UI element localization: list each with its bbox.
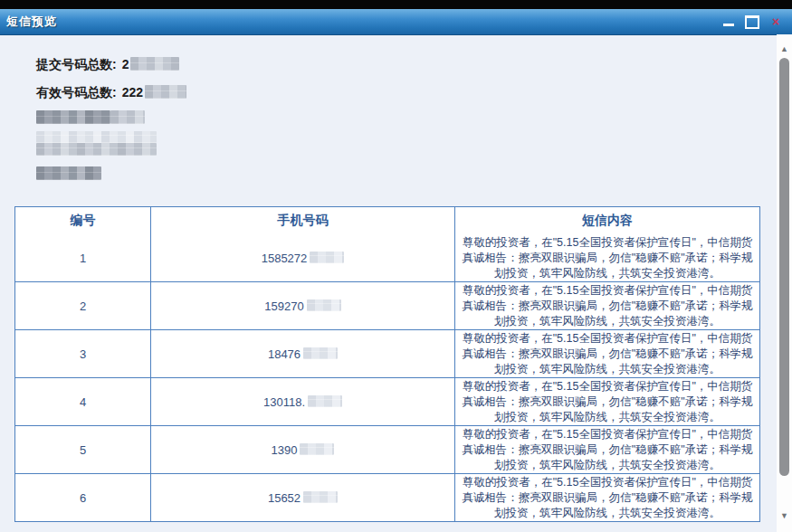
- row-number-cell: 5: [15, 426, 150, 473]
- row-number: 2: [80, 299, 86, 313]
- phone-cell: 130118.: [150, 378, 454, 425]
- close-icon: ×: [772, 14, 779, 29]
- phone-number: 159270: [264, 299, 340, 313]
- sms-text: 尊敬的投资者，在"5.15全国投资者保护宣传日"，中信期货真诚相告：擦亮双眼识骗…: [455, 379, 759, 425]
- sms-preview-dialog: 短信预览 × 提交号码总数:2 有效号码总数:222 编号 手机号码 短信内容: [0, 0, 792, 532]
- masked-text-block-2b: [36, 143, 157, 156]
- vertical-scrollbar[interactable]: ▲ ▼: [777, 34, 792, 532]
- submitted-value-mask: [130, 57, 179, 71]
- phone-number: 18476: [268, 347, 338, 361]
- scroll-down-button[interactable]: ▼: [777, 508, 792, 523]
- table-row: 5 1390 尊敬的投资者，在"5.15全国投资者保护宣传日"，中信期货真诚相告…: [15, 425, 759, 473]
- scroll-up-button[interactable]: ▲: [777, 42, 792, 56]
- submitted-total-value: 2: [122, 57, 129, 71]
- row-number-cell: 4: [15, 378, 150, 425]
- close-button[interactable]: ×: [768, 14, 783, 29]
- dialog-titlebar: 短信预览 ×: [0, 9, 792, 35]
- phone-mask: [307, 299, 341, 311]
- row-number: 1: [80, 252, 86, 265]
- phone-mask: [303, 347, 338, 359]
- table-row: 2 159270 尊敬的投资者，在"5.15全国投资者保护宣传日"，中信期货真诚…: [15, 281, 759, 329]
- row-number-cell: 6: [15, 474, 150, 521]
- phone-number: 130118.: [263, 395, 342, 409]
- header-number: 编号: [15, 207, 150, 234]
- sms-content-cell: 尊敬的投资者，在"5.15全国投资者保护宣传日"，中信期货真诚相告：擦亮双眼识骗…: [454, 234, 759, 281]
- sms-content-cell: 尊敬的投资者，在"5.15全国投资者保护宣传日"，中信期货真诚相告：擦亮双眼识骗…: [454, 330, 759, 377]
- row-number-cell: 1: [15, 234, 150, 281]
- masked-text-block-3: [36, 166, 101, 180]
- valid-total-value: 222: [122, 85, 143, 100]
- sms-text: 尊敬的投资者，在"5.15全国投资者保护宣传日"，中信期货真诚相告：擦亮双眼识骗…: [455, 283, 759, 329]
- sms-preview-table: 编号 手机号码 短信内容 1 1585272 尊敬的投资者，在"5.15全国投资…: [14, 206, 760, 522]
- row-number: 5: [80, 443, 86, 457]
- maximize-icon: [745, 15, 759, 29]
- sms-text: 尊敬的投资者，在"5.15全国投资者保护宣传日"，中信期货真诚相告：擦亮双眼识骗…: [455, 331, 759, 377]
- header-content: 短信内容: [454, 207, 759, 234]
- phone-cell: 15652: [150, 474, 454, 521]
- valid-total-label: 有效号码总数:: [36, 85, 117, 100]
- phone-mask: [308, 395, 342, 407]
- scrollbar-thumb[interactable]: [779, 58, 789, 476]
- phone-mask: [310, 252, 344, 263]
- sms-text: 尊敬的投资者，在"5.15全国投资者保护宣传日"，中信期货真诚相告：擦亮双眼识骗…: [455, 475, 759, 521]
- phone-cell: 1585272: [150, 234, 454, 281]
- row-number: 3: [80, 347, 86, 361]
- window-controls: ×: [721, 9, 783, 34]
- down-arrow-icon: ▼: [780, 511, 788, 520]
- phone-mask: [303, 491, 338, 503]
- phone-number: 1390: [272, 443, 335, 457]
- masked-text-block-1: [36, 110, 110, 124]
- sms-text: 尊敬的投资者，在"5.15全国投资者保护宣传日"，中信期货真诚相告：擦亮双眼识骗…: [455, 427, 759, 473]
- table-row: 6 15652 尊敬的投资者，在"5.15全国投资者保护宣传日"，中信期货真诚相…: [15, 473, 759, 521]
- sms-content-cell: 尊敬的投资者，在"5.15全国投资者保护宣传日"，中信期货真诚相告：擦亮双眼识骗…: [454, 378, 759, 425]
- up-arrow-icon: ▲: [780, 44, 788, 53]
- sms-content-cell: 尊敬的投资者，在"5.15全国投资者保护宣传日"，中信期货真诚相告：擦亮双眼识骗…: [454, 474, 759, 521]
- table-row: 3 18476 尊敬的投资者，在"5.15全国投资者保护宣传日"，中信期货真诚相…: [15, 329, 759, 377]
- sms-content-cell: 尊敬的投资者，在"5.15全国投资者保护宣传日"，中信期货真诚相告：擦亮双眼识骗…: [454, 426, 759, 473]
- table-header-row: 编号 手机号码 短信内容: [15, 207, 759, 234]
- top-black-strip: [0, 0, 792, 9]
- phone-cell: 1390: [150, 426, 454, 473]
- minimize-icon: [723, 24, 734, 26]
- dialog-title: 短信预览: [6, 14, 57, 30]
- sms-content-cell: 尊敬的投资者，在"5.15全国投资者保护宣传日"，中信期货真诚相告：擦亮双眼识骗…: [454, 282, 759, 329]
- valid-value-mask: [145, 85, 186, 99]
- header-phone: 手机号码: [150, 207, 454, 234]
- submitted-total-line: 提交号码总数:2: [36, 57, 179, 73]
- phone-cell: 18476: [150, 330, 454, 377]
- minimize-button[interactable]: [721, 14, 736, 29]
- masked-text-block-1b: [110, 110, 145, 124]
- maximize-button[interactable]: [745, 14, 759, 29]
- masked-text-block-2a: [36, 131, 157, 143]
- table-body: 1 1585272 尊敬的投资者，在"5.15全国投资者保护宣传日"，中信期货真…: [15, 234, 759, 521]
- phone-cell: 159270: [150, 282, 454, 329]
- table-row: 1 1585272 尊敬的投资者，在"5.15全国投资者保护宣传日"，中信期货真…: [15, 234, 759, 281]
- submitted-total-label: 提交号码总数:: [36, 57, 117, 71]
- phone-number: 1585272: [262, 252, 345, 265]
- row-number: 4: [80, 395, 86, 409]
- row-number-cell: 3: [15, 330, 150, 377]
- valid-total-line: 有效号码总数:222: [36, 85, 186, 101]
- row-number: 6: [80, 491, 86, 505]
- phone-number: 15652: [268, 491, 338, 505]
- phone-mask: [300, 443, 334, 455]
- sms-text: 尊敬的投资者，在"5.15全国投资者保护宣传日"，中信期货真诚相告：擦亮双眼识骗…: [455, 235, 759, 281]
- table-row: 4 130118. 尊敬的投资者，在"5.15全国投资者保护宣传日"，中信期货真…: [15, 377, 759, 425]
- row-number-cell: 2: [15, 282, 150, 329]
